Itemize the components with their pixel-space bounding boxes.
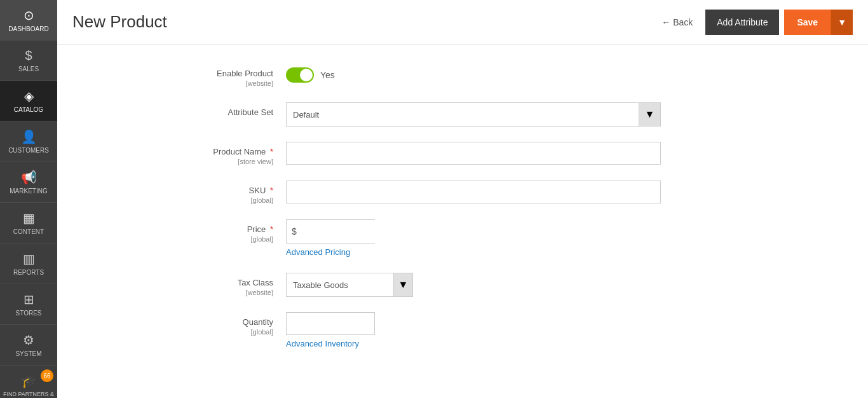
sidebar: ⊙ DASHBOARD $ SALES ◈ CATALOG 👤 CUSTOMER…: [0, 0, 57, 398]
save-button-group: Save ▼: [784, 10, 853, 35]
catalog-icon: ◈: [24, 88, 34, 104]
sku-field: [286, 181, 661, 203]
attribute-set-field: Default ▼: [286, 102, 661, 127]
price-field: $ Advanced Pricing: [286, 219, 661, 257]
sidebar-item-customers[interactable]: 👤 CUSTOMERS: [0, 121, 57, 162]
sidebar-item-system[interactable]: ⚙ SYSTEM: [0, 325, 57, 366]
price-symbol: $: [287, 226, 302, 237]
sidebar-item-label: FIND PARTNERS & EXTENSIONS: [3, 391, 55, 398]
tax-class-field: Taxable Goods ▼: [286, 273, 661, 297]
quantity-scope: [global]: [184, 328, 273, 336]
sidebar-item-label: STORES: [16, 310, 42, 317]
product-name-required: *: [270, 147, 273, 156]
page-header: New Product ← Back Add Attribute Save ▼: [57, 0, 868, 45]
sidebar-item-label: MARKETING: [10, 188, 47, 195]
price-label: Price * [global]: [184, 219, 286, 243]
attribute-set-dropdown-arrow[interactable]: ▼: [639, 103, 660, 126]
sidebar-item-label: DASHBOARD: [8, 25, 48, 32]
sales-icon: $: [25, 48, 32, 63]
product-name-scope: [store view]: [184, 158, 273, 165]
price-row: Price * [global] $ Advanced Pricing: [184, 219, 830, 257]
product-name-input[interactable]: [286, 142, 661, 165]
sidebar-item-label: REPORTS: [13, 269, 44, 276]
add-attribute-button[interactable]: Add Attribute: [705, 10, 779, 35]
tax-class-row: Tax Class [website] Taxable Goods ▼: [184, 273, 830, 297]
system-icon: ⚙: [23, 333, 34, 348]
price-required: *: [270, 224, 273, 234]
quantity-field: Advanced Inventory: [286, 312, 661, 349]
sidebar-item-dashboard[interactable]: ⊙ DASHBOARD: [0, 0, 57, 41]
sidebar-item-reports[interactable]: ▥ REPORTS: [0, 244, 57, 284]
tax-class-select[interactable]: Taxable Goods: [287, 273, 393, 296]
page-title: New Product: [72, 12, 167, 32]
stores-icon: ⊞: [24, 292, 34, 307]
product-name-label: Product Name * [store view]: [184, 142, 286, 165]
chevron-down-icon: ▼: [837, 17, 846, 27]
enable-product-label: Enable Product [website]: [184, 64, 286, 87]
attribute-set-select[interactable]: Default: [287, 103, 639, 126]
main-area: New Product ← Back Add Attribute Save ▼ …: [57, 0, 868, 398]
sidebar-item-extensions[interactable]: 66 🎓 FIND PARTNERS & EXTENSIONS: [0, 366, 57, 398]
extensions-badge: 66: [41, 369, 53, 382]
sidebar-item-marketing[interactable]: 📢 MARKETING: [0, 162, 57, 203]
advanced-inventory-link[interactable]: Advanced Inventory: [286, 339, 359, 348]
sidebar-item-catalog[interactable]: ◈ CATALOG: [0, 81, 57, 121]
sidebar-item-label: SYSTEM: [15, 350, 41, 357]
quantity-label: Quantity [global]: [184, 312, 286, 336]
sidebar-item-label: CONTENT: [13, 228, 44, 235]
content-icon: ▦: [23, 210, 35, 226]
attribute-set-row: Attribute Set Default ▼: [184, 102, 830, 127]
tax-class-scope: [website]: [184, 289, 273, 296]
attribute-set-select-wrap: Default ▼: [286, 102, 661, 127]
reports-icon: ▥: [23, 251, 35, 266]
save-dropdown-button[interactable]: ▼: [831, 10, 853, 35]
price-scope: [global]: [184, 235, 273, 243]
sidebar-item-content[interactable]: ▦ CONTENT: [0, 203, 57, 244]
attribute-set-label: Attribute Set: [184, 102, 286, 117]
content-area: Enable Product [website] Yes Attribute S…: [57, 45, 868, 398]
advanced-pricing-link[interactable]: Advanced Pricing: [286, 247, 350, 257]
dashboard-icon: ⊙: [24, 8, 34, 23]
header-actions: ← Back Add Attribute Save ▼: [654, 10, 853, 35]
enable-product-row: Enable Product [website] Yes: [184, 64, 830, 87]
sidebar-item-label: SALES: [18, 65, 39, 72]
back-arrow-icon: ←: [661, 17, 670, 27]
sku-required: *: [270, 186, 273, 195]
sku-scope: [global]: [184, 196, 273, 204]
extensions-icon: 🎓: [21, 373, 37, 388]
marketing-icon: 📢: [21, 170, 37, 185]
price-input-wrap: $: [286, 219, 375, 244]
back-label: Back: [673, 17, 693, 27]
enable-product-toggle[interactable]: [286, 67, 314, 83]
quantity-input[interactable]: [286, 312, 375, 335]
sku-row: SKU * [global]: [184, 181, 830, 204]
enable-product-value: Yes: [320, 70, 335, 80]
save-button[interactable]: Save: [784, 10, 831, 35]
price-input[interactable]: [302, 220, 409, 243]
tax-class-label: Tax Class [website]: [184, 273, 286, 296]
sku-input[interactable]: [286, 181, 661, 203]
product-name-field: [286, 142, 661, 165]
tax-class-select-wrap: Taxable Goods ▼: [286, 273, 413, 297]
sidebar-item-label: CATALOG: [14, 106, 43, 113]
product-name-row: Product Name * [store view]: [184, 142, 830, 165]
sidebar-item-label: CUSTOMERS: [8, 147, 49, 154]
sidebar-item-stores[interactable]: ⊞ STORES: [0, 284, 57, 325]
sidebar-item-sales[interactable]: $ SALES: [0, 41, 57, 81]
enable-product-scope: [website]: [184, 79, 273, 87]
tax-class-dropdown-arrow[interactable]: ▼: [393, 273, 412, 296]
enable-product-field: Yes: [286, 64, 661, 83]
back-button[interactable]: ← Back: [654, 12, 700, 32]
customers-icon: 👤: [21, 129, 37, 144]
quantity-row: Quantity [global] Advanced Inventory: [184, 312, 830, 349]
sku-label: SKU * [global]: [184, 181, 286, 204]
